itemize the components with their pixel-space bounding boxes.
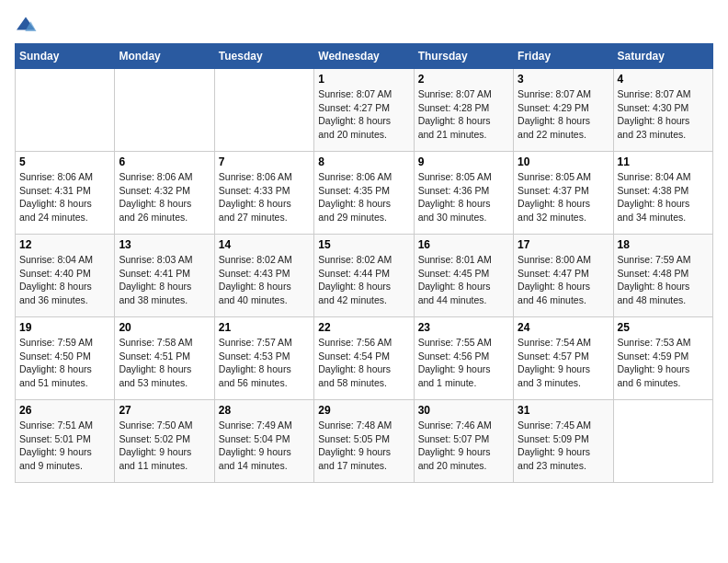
day-info: Sunrise: 7:46 AM Sunset: 5:07 PM Dayligh… bbox=[418, 419, 509, 473]
day-number: 13 bbox=[119, 238, 210, 251]
calendar-cell: 21Sunrise: 7:57 AM Sunset: 4:53 PM Dayli… bbox=[214, 317, 313, 400]
day-info: Sunrise: 8:04 AM Sunset: 4:40 PM Dayligh… bbox=[19, 253, 110, 307]
day-number: 22 bbox=[318, 321, 409, 334]
calendar-cell bbox=[214, 69, 313, 152]
day-info: Sunrise: 8:07 AM Sunset: 4:28 PM Dayligh… bbox=[418, 87, 509, 142]
day-info: Sunrise: 7:54 AM Sunset: 4:57 PM Dayligh… bbox=[518, 336, 609, 390]
calendar-cell: 13Sunrise: 8:03 AM Sunset: 4:41 PM Dayli… bbox=[115, 235, 214, 317]
calendar-week-row: 1Sunrise: 8:07 AM Sunset: 4:27 PM Daylig… bbox=[16, 69, 713, 152]
calendar-cell: 5Sunrise: 8:06 AM Sunset: 4:31 PM Daylig… bbox=[16, 152, 115, 235]
weekday-header: Saturday bbox=[613, 44, 712, 69]
calendar-cell: 14Sunrise: 8:02 AM Sunset: 4:43 PM Dayli… bbox=[214, 235, 313, 317]
day-info: Sunrise: 8:03 AM Sunset: 4:41 PM Dayligh… bbox=[119, 253, 210, 307]
calendar-cell bbox=[115, 69, 214, 152]
day-number: 31 bbox=[518, 404, 609, 417]
day-number: 2 bbox=[418, 73, 509, 86]
calendar-week-row: 12Sunrise: 8:04 AM Sunset: 4:40 PM Dayli… bbox=[16, 235, 713, 317]
day-info: Sunrise: 7:51 AM Sunset: 5:01 PM Dayligh… bbox=[19, 419, 110, 473]
day-info: Sunrise: 8:00 AM Sunset: 4:47 PM Dayligh… bbox=[518, 253, 609, 307]
day-info: Sunrise: 8:07 AM Sunset: 4:29 PM Dayligh… bbox=[518, 87, 609, 142]
day-info: Sunrise: 7:53 AM Sunset: 4:59 PM Dayligh… bbox=[618, 336, 709, 390]
day-number: 10 bbox=[518, 155, 609, 168]
weekday-header-row: SundayMondayTuesdayWednesdayThursdayFrid… bbox=[16, 44, 713, 69]
day-number: 27 bbox=[119, 404, 210, 417]
day-number: 5 bbox=[19, 155, 110, 168]
calendar-cell: 3Sunrise: 8:07 AM Sunset: 4:29 PM Daylig… bbox=[514, 69, 613, 152]
calendar-cell: 17Sunrise: 8:00 AM Sunset: 4:47 PM Dayli… bbox=[514, 235, 613, 317]
calendar-cell: 28Sunrise: 7:49 AM Sunset: 5:04 PM Dayli… bbox=[214, 400, 313, 483]
day-info: Sunrise: 8:05 AM Sunset: 4:37 PM Dayligh… bbox=[518, 170, 609, 224]
day-info: Sunrise: 7:50 AM Sunset: 5:02 PM Dayligh… bbox=[119, 419, 210, 473]
weekday-header: Sunday bbox=[16, 44, 115, 69]
calendar-cell: 29Sunrise: 7:48 AM Sunset: 5:05 PM Dayli… bbox=[314, 400, 414, 483]
logo-icon bbox=[15, 16, 37, 34]
day-info: Sunrise: 7:45 AM Sunset: 5:09 PM Dayligh… bbox=[518, 419, 609, 473]
calendar-cell: 18Sunrise: 7:59 AM Sunset: 4:48 PM Dayli… bbox=[613, 235, 712, 317]
day-number: 12 bbox=[19, 238, 110, 251]
calendar-cell: 26Sunrise: 7:51 AM Sunset: 5:01 PM Dayli… bbox=[16, 400, 115, 483]
calendar-cell: 6Sunrise: 8:06 AM Sunset: 4:32 PM Daylig… bbox=[115, 152, 214, 235]
weekday-header: Wednesday bbox=[314, 44, 414, 69]
weekday-header: Friday bbox=[514, 44, 613, 69]
calendar-week-row: 19Sunrise: 7:59 AM Sunset: 4:50 PM Dayli… bbox=[16, 317, 713, 400]
day-info: Sunrise: 8:07 AM Sunset: 4:27 PM Dayligh… bbox=[318, 87, 409, 142]
day-info: Sunrise: 7:55 AM Sunset: 4:56 PM Dayligh… bbox=[418, 336, 509, 390]
day-info: Sunrise: 7:59 AM Sunset: 4:50 PM Dayligh… bbox=[19, 336, 110, 390]
day-info: Sunrise: 8:06 AM Sunset: 4:35 PM Dayligh… bbox=[318, 170, 409, 224]
day-number: 9 bbox=[418, 155, 509, 168]
day-info: Sunrise: 7:59 AM Sunset: 4:48 PM Dayligh… bbox=[618, 253, 709, 307]
day-info: Sunrise: 7:56 AM Sunset: 4:54 PM Dayligh… bbox=[318, 336, 409, 390]
calendar-cell: 23Sunrise: 7:55 AM Sunset: 4:56 PM Dayli… bbox=[414, 317, 513, 400]
day-number: 30 bbox=[418, 404, 509, 417]
calendar-cell: 4Sunrise: 8:07 AM Sunset: 4:30 PM Daylig… bbox=[613, 69, 712, 152]
day-info: Sunrise: 8:06 AM Sunset: 4:31 PM Dayligh… bbox=[19, 170, 110, 224]
calendar-cell: 20Sunrise: 7:58 AM Sunset: 4:51 PM Dayli… bbox=[115, 317, 214, 400]
calendar-week-row: 26Sunrise: 7:51 AM Sunset: 5:01 PM Dayli… bbox=[16, 400, 713, 483]
day-info: Sunrise: 7:57 AM Sunset: 4:53 PM Dayligh… bbox=[219, 336, 310, 390]
day-number: 8 bbox=[318, 155, 409, 168]
day-info: Sunrise: 8:02 AM Sunset: 4:43 PM Dayligh… bbox=[219, 253, 310, 307]
day-info: Sunrise: 7:49 AM Sunset: 5:04 PM Dayligh… bbox=[219, 419, 310, 473]
calendar-cell: 7Sunrise: 8:06 AM Sunset: 4:33 PM Daylig… bbox=[214, 152, 313, 235]
day-info: Sunrise: 7:58 AM Sunset: 4:51 PM Dayligh… bbox=[119, 336, 210, 390]
day-info: Sunrise: 8:04 AM Sunset: 4:38 PM Dayligh… bbox=[618, 170, 709, 224]
calendar-table: SundayMondayTuesdayWednesdayThursdayFrid… bbox=[15, 43, 713, 483]
weekday-header: Thursday bbox=[414, 44, 513, 69]
day-number: 24 bbox=[518, 321, 609, 334]
calendar-cell: 10Sunrise: 8:05 AM Sunset: 4:37 PM Dayli… bbox=[514, 152, 613, 235]
day-number: 18 bbox=[618, 238, 709, 251]
calendar-cell: 27Sunrise: 7:50 AM Sunset: 5:02 PM Dayli… bbox=[115, 400, 214, 483]
calendar-cell: 9Sunrise: 8:05 AM Sunset: 4:36 PM Daylig… bbox=[414, 152, 513, 235]
day-info: Sunrise: 8:05 AM Sunset: 4:36 PM Dayligh… bbox=[418, 170, 509, 224]
calendar-cell: 22Sunrise: 7:56 AM Sunset: 4:54 PM Dayli… bbox=[314, 317, 414, 400]
calendar-cell: 11Sunrise: 8:04 AM Sunset: 4:38 PM Dayli… bbox=[613, 152, 712, 235]
calendar-cell: 24Sunrise: 7:54 AM Sunset: 4:57 PM Dayli… bbox=[514, 317, 613, 400]
calendar-cell: 30Sunrise: 7:46 AM Sunset: 5:07 PM Dayli… bbox=[414, 400, 513, 483]
day-number: 21 bbox=[219, 321, 310, 334]
day-number: 6 bbox=[119, 155, 210, 168]
day-number: 7 bbox=[219, 155, 310, 168]
day-number: 17 bbox=[518, 238, 609, 251]
calendar-cell: 16Sunrise: 8:01 AM Sunset: 4:45 PM Dayli… bbox=[414, 235, 513, 317]
calendar-cell: 31Sunrise: 7:45 AM Sunset: 5:09 PM Dayli… bbox=[514, 400, 613, 483]
calendar-cell: 25Sunrise: 7:53 AM Sunset: 4:59 PM Dayli… bbox=[613, 317, 712, 400]
calendar-cell: 19Sunrise: 7:59 AM Sunset: 4:50 PM Dayli… bbox=[16, 317, 115, 400]
day-info: Sunrise: 8:06 AM Sunset: 4:32 PM Dayligh… bbox=[119, 170, 210, 224]
day-number: 3 bbox=[518, 73, 609, 86]
day-number: 23 bbox=[418, 321, 509, 334]
day-info: Sunrise: 7:48 AM Sunset: 5:05 PM Dayligh… bbox=[318, 419, 409, 473]
day-number: 19 bbox=[19, 321, 110, 334]
day-number: 15 bbox=[318, 238, 409, 251]
weekday-header: Tuesday bbox=[214, 44, 313, 69]
day-number: 14 bbox=[219, 238, 310, 251]
day-number: 20 bbox=[119, 321, 210, 334]
weekday-header: Monday bbox=[115, 44, 214, 69]
day-number: 26 bbox=[19, 404, 110, 417]
day-info: Sunrise: 8:06 AM Sunset: 4:33 PM Dayligh… bbox=[219, 170, 310, 224]
day-number: 25 bbox=[618, 321, 709, 334]
day-number: 11 bbox=[618, 155, 709, 168]
calendar-cell: 15Sunrise: 8:02 AM Sunset: 4:44 PM Dayli… bbox=[314, 235, 414, 317]
day-info: Sunrise: 8:07 AM Sunset: 4:30 PM Dayligh… bbox=[618, 87, 709, 142]
day-number: 29 bbox=[318, 404, 409, 417]
page-header bbox=[15, 15, 713, 34]
